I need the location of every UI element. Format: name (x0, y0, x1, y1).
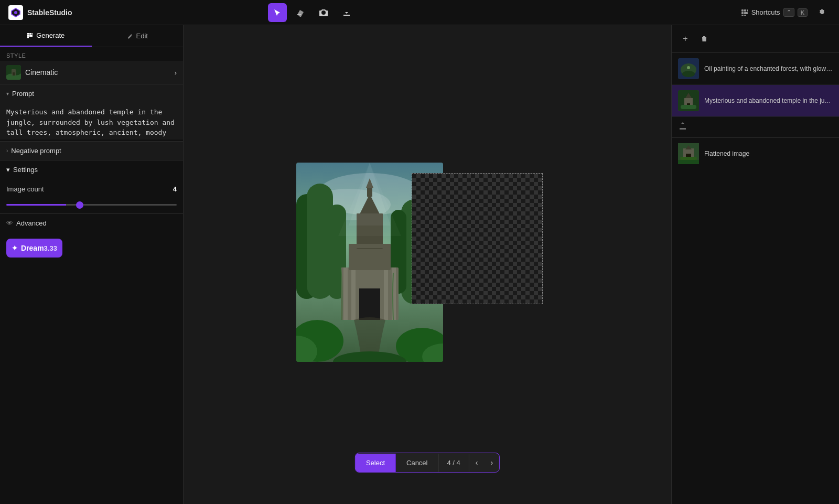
panel-actions: + (672, 31, 839, 53)
prompt-input[interactable]: Mysterious and abandoned temple in the j… (0, 103, 183, 140)
shortcuts-label: Shortcuts (751, 8, 780, 16)
svg-rect-3 (744, 9, 746, 12)
prev-page-button[interactable]: ‹ (469, 453, 485, 472)
layer-1-thumbnail (678, 58, 699, 79)
camera-button[interactable] (314, 3, 333, 22)
dream-button-left: ✦ Dream (12, 244, 44, 252)
advanced-section[interactable]: 👁 Advanced (0, 213, 183, 232)
svg-rect-2 (741, 9, 744, 12)
svg-rect-54 (681, 105, 696, 109)
svg-point-1 (14, 11, 17, 14)
sidebar-tabs: Generate Edit (0, 25, 183, 47)
settings-button[interactable] (814, 4, 831, 21)
layer-item-1[interactable]: Oil painting of a enchanted forest, with… (672, 53, 839, 85)
negative-prompt-header[interactable]: › Negative prompt (0, 142, 183, 160)
svg-rect-28 (359, 288, 380, 320)
negative-prompt-section: › Negative prompt (0, 142, 183, 160)
svg-rect-9 (27, 33, 29, 35)
svg-rect-14 (27, 37, 29, 38)
style-label: Style (0, 47, 183, 61)
prompt-section-header[interactable]: ▾ Prompt (0, 84, 183, 103)
settings-header[interactable]: ▾ Settings (0, 160, 183, 179)
page-indicator: 4 / 4 (438, 454, 469, 472)
dream-icon: ✦ (12, 244, 18, 252)
outpaint-selection-area (412, 173, 543, 304)
app-name: StableStudio (27, 8, 72, 17)
logo-icon (8, 5, 23, 20)
style-section: Style Cinematic › (0, 47, 183, 84)
flattened-label: Flattened image (704, 150, 833, 157)
svg-rect-29 (343, 267, 348, 320)
left-sidebar: Generate Edit Style (0, 25, 184, 504)
style-selector[interactable]: Cinematic › (0, 61, 183, 84)
tab-generate-label: Generate (36, 31, 64, 39)
svg-rect-31 (384, 267, 388, 320)
tab-generate[interactable]: Generate (0, 25, 92, 47)
select-button[interactable]: Select (356, 454, 396, 472)
header-tools (268, 3, 356, 22)
svg-point-49 (687, 66, 690, 69)
dream-button[interactable]: ✦ Dream 3.33 (6, 239, 62, 258)
flattened-thumbnail (678, 143, 699, 164)
svg-rect-11 (31, 33, 33, 35)
settings-label: Settings (13, 166, 38, 174)
image-count-row: Image count 4 (0, 183, 183, 199)
style-chevron-icon: › (175, 69, 177, 77)
dream-cost: 3.33 (44, 244, 57, 252)
svg-rect-30 (351, 267, 356, 320)
advanced-label: Advanced (16, 219, 47, 227)
svg-rect-4 (747, 9, 748, 12)
svg-rect-5 (741, 12, 744, 14)
svg-rect-33 (349, 246, 391, 270)
image-count-slider-container (0, 199, 183, 213)
image-count-value: 4 (173, 185, 177, 193)
eraser-tool-button[interactable] (291, 3, 310, 22)
layer-2-thumbnail (678, 90, 699, 111)
svg-rect-10 (29, 33, 31, 35)
negative-prompt-label: Negative prompt (11, 147, 61, 155)
layer-item-2[interactable]: Mysterious and abandoned temple in the j… (672, 85, 839, 117)
canvas-container (281, 152, 574, 378)
tab-edit-label: Edit (136, 32, 148, 40)
right-panel: + Oil painting of a enchanted (671, 25, 839, 504)
style-info: Cinematic (6, 65, 58, 80)
tab-edit[interactable]: Edit (92, 25, 184, 47)
canvas-area: Select Cancel 4 / 4 ‹ › (184, 25, 671, 504)
svg-point-48 (682, 71, 695, 77)
main-content: Generate Edit Style (0, 25, 839, 504)
svg-rect-7 (741, 15, 744, 16)
select-tool-button[interactable] (268, 3, 287, 22)
prompt-section-title: Prompt (12, 90, 34, 98)
svg-rect-13 (29, 35, 33, 37)
upload-button[interactable] (678, 121, 687, 133)
image-count-label: Image count (6, 185, 44, 193)
eye-icon: 👁 (6, 219, 13, 227)
add-layer-button[interactable]: + (678, 31, 693, 46)
kbd1: ⌃ (783, 8, 794, 17)
upload-area (672, 117, 839, 138)
shortcuts-button[interactable]: Shortcuts ⌃ K (741, 8, 808, 17)
prompt-chevron-icon: ▾ (6, 91, 9, 96)
svg-rect-60 (678, 160, 699, 164)
sidebar-controls: Style Cinematic › (0, 47, 183, 264)
layer-1-text: Oil painting of a enchanted forest, with… (704, 65, 833, 72)
prompt-section: ▾ Prompt Mysterious and abandoned temple… (0, 84, 183, 142)
next-page-button[interactable]: › (484, 453, 499, 472)
flattened-image-item[interactable]: Flattened image (672, 138, 839, 169)
svg-rect-12 (27, 35, 29, 37)
download-button[interactable] (337, 3, 356, 22)
cancel-button[interactable]: Cancel (396, 454, 438, 472)
svg-rect-38 (349, 244, 391, 248)
app-logo: StableStudio (8, 5, 72, 20)
svg-rect-6 (744, 12, 748, 14)
svg-rect-17 (13, 72, 15, 76)
negative-prompt-chevron-icon: › (6, 148, 8, 154)
settings-chevron-icon: ▾ (6, 166, 10, 174)
settings-section: ▾ Settings Image count 4 (0, 160, 183, 213)
image-count-slider[interactable] (6, 204, 177, 206)
selection-toolbar: Select Cancel 4 / 4 ‹ › (355, 453, 500, 473)
delete-layer-button[interactable] (697, 31, 712, 46)
app-header: StableStudio (0, 0, 839, 25)
layer-2-text: Mysterious and abandoned temple in the j… (704, 97, 833, 104)
style-name: Cinematic (25, 68, 58, 77)
